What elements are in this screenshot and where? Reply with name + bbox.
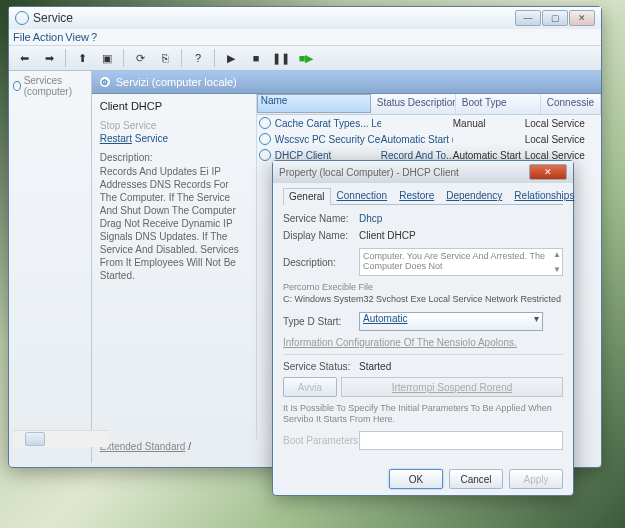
- close-button[interactable]: ✕: [569, 10, 595, 26]
- boot-params-label: Boot Parameters: [283, 435, 359, 446]
- up-button[interactable]: ⬆: [71, 47, 93, 69]
- help-button[interactable]: ?: [187, 47, 209, 69]
- tree-root[interactable]: Services (computer): [13, 75, 87, 97]
- gear-icon: [259, 117, 271, 129]
- menu-action[interactable]: Action: [33, 31, 64, 43]
- scroll-down-icon[interactable]: ▼: [553, 265, 561, 274]
- stop-button[interactable]: ■: [245, 47, 267, 69]
- tab-row: General Connection Restore Dependency Re…: [283, 187, 563, 205]
- gear-icon: [259, 149, 271, 161]
- pause-button[interactable]: ❚❚: [270, 47, 292, 69]
- scroll-up-icon[interactable]: ▲: [553, 250, 561, 259]
- control-buttons-group[interactable]: Irterrompi Sospend Rorend: [341, 377, 563, 397]
- tab-connection[interactable]: Connection: [331, 187, 394, 204]
- list-row[interactable]: Cache Carat Types... Lets... -ManualLoca…: [257, 115, 601, 131]
- info-text: Information Configuratione Of The Nensio…: [283, 337, 563, 348]
- toolbar: ⬅ ➡ ⬆ ▣ ⟳ ⎘ ? ▶ ■ ❚❚ ■▶: [9, 45, 601, 71]
- description-box[interactable]: Computer. You Are Service And Arrested. …: [359, 248, 563, 276]
- display-name-value: Client DHCP: [359, 230, 563, 241]
- back-button[interactable]: ⬅: [13, 47, 35, 69]
- dialog-title: Property (local Computer) - DHCP Client: [279, 167, 525, 178]
- gear-icon: [259, 133, 271, 145]
- dialog-titlebar[interactable]: Property (local Computer) - DHCP Client …: [273, 161, 573, 183]
- scrollbar-thumb[interactable]: [25, 432, 45, 446]
- desc-heading: Description:: [100, 152, 248, 163]
- col-boot[interactable]: Boot Type: [456, 94, 541, 114]
- list-header: Name Status Description Boot Type Connes…: [257, 94, 601, 115]
- col-status[interactable]: Status Description: [371, 94, 456, 114]
- window-buttons: — ▢ ✕: [515, 10, 595, 26]
- selected-service-name: Client DHCP: [100, 100, 248, 112]
- tree-pane[interactable]: Services (computer): [9, 71, 92, 463]
- list-row[interactable]: Wscsvc PC Security Center (C...Automatic…: [257, 131, 601, 147]
- ok-button[interactable]: OK: [389, 469, 443, 489]
- dialog-close-button[interactable]: ✕: [529, 164, 567, 180]
- menubar: File Action View ?: [9, 29, 601, 45]
- dialog-body: General Connection Restore Dependency Re…: [273, 183, 573, 459]
- tree-root-label: Services (computer): [24, 75, 87, 97]
- apply-button[interactable]: Apply: [509, 469, 563, 489]
- tree-hscroll[interactable]: [13, 430, 109, 447]
- service-name-label: Service Name:: [283, 213, 359, 224]
- status-value: Started: [359, 361, 391, 372]
- refresh-button[interactable]: ⟳: [129, 47, 151, 69]
- properties-button[interactable]: ▣: [96, 47, 118, 69]
- description-label: Description:: [283, 257, 359, 268]
- chevron-down-icon: ▾: [534, 313, 539, 324]
- start-type-select[interactable]: Automatic▾: [359, 312, 543, 331]
- menu-file[interactable]: File: [13, 31, 31, 43]
- location-bar: ⚙ Servizi (computer locale): [92, 71, 601, 94]
- location-icon: ⚙: [100, 77, 110, 87]
- restart-button[interactable]: ■▶: [295, 47, 317, 69]
- path-label: Percorno Execible File: [283, 282, 563, 292]
- titlebar[interactable]: Service — ▢ ✕: [9, 7, 601, 29]
- desc-text: Records And Updates Ei IP Addresses DNS …: [100, 165, 248, 282]
- col-name[interactable]: Name: [257, 94, 371, 113]
- avvia-button: Avvia: [283, 377, 337, 397]
- location-label: Servizi (computer locale): [116, 76, 237, 88]
- export-button[interactable]: ⎘: [154, 47, 176, 69]
- parameters-note: It Is Possible To Specify The Initial Pa…: [283, 403, 563, 425]
- properties-dialog: Property (local Computer) - DHCP Client …: [272, 160, 574, 496]
- tab-dependency[interactable]: Dependency: [440, 187, 508, 204]
- start-type-label: Type D Start:: [283, 316, 359, 327]
- minimize-button[interactable]: —: [515, 10, 541, 26]
- restart-link[interactable]: Restart Service: [100, 133, 248, 144]
- forward-button[interactable]: ➡: [38, 47, 60, 69]
- status-label: Service Status:: [283, 361, 359, 372]
- detail-pane: Client DHCP Stop Service Restart Service…: [92, 94, 257, 439]
- display-name-label: Display Name:: [283, 230, 359, 241]
- menu-view[interactable]: View: [65, 31, 89, 43]
- window-title: Service: [33, 11, 511, 25]
- tab-restore[interactable]: Restore: [393, 187, 440, 204]
- service-name-value: Dhcp: [359, 213, 563, 224]
- tab-relationships[interactable]: Relationships: [508, 187, 580, 204]
- maximize-button[interactable]: ▢: [542, 10, 568, 26]
- dialog-footer: OK Cancel Apply: [389, 469, 563, 489]
- play-button[interactable]: ▶: [220, 47, 242, 69]
- cancel-button[interactable]: Cancel: [449, 469, 503, 489]
- stop-link: Stop Service: [100, 120, 248, 131]
- path-value: C: Windows System32 Svchost Exe Local Se…: [283, 294, 563, 304]
- boot-params-input[interactable]: [359, 431, 563, 450]
- app-icon: [15, 11, 29, 25]
- menu-help[interactable]: ?: [91, 31, 97, 43]
- tab-general[interactable]: General: [283, 188, 331, 205]
- col-conn[interactable]: Connessie: [541, 94, 601, 114]
- service-icon: [13, 81, 21, 91]
